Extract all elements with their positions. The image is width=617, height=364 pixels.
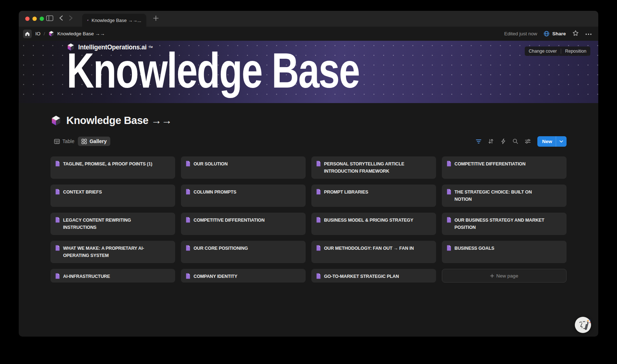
notion-window: Knowledge Base →→... IO / Knowledge Base… [19, 11, 598, 337]
sidebar-toggle-icon[interactable] [46, 15, 53, 23]
document-icon [185, 189, 191, 195]
gallery-card[interactable]: COMPETITIVE DIFFERENTIATION [181, 213, 306, 235]
breadcrumb-workspace[interactable]: IO [35, 31, 40, 36]
gallery-card[interactable]: COLUMN PROMPTS [181, 185, 306, 207]
card-title: PROMPT LIBRARIES [324, 188, 368, 196]
notion-ai-button[interactable] [575, 317, 591, 333]
gallery-card[interactable]: WHAT WE MAKE: A PROPRIETARY AI-OPERATING… [50, 241, 175, 263]
card-title: TAGLINE, PROMISE, & PROOF POINTS (1) [63, 160, 152, 168]
document-icon [55, 245, 60, 251]
card-title: PERSONAL STORYTELLING ARTICLE INTRODUCTI… [324, 160, 416, 175]
gallery-card[interactable]: PERSONAL STORYTELLING ARTICLE INTRODUCTI… [311, 156, 436, 179]
gallery-card[interactable]: LEGACY CONTENT REWRITING INSTRUCTIONS [50, 213, 175, 235]
gallery-view-icon [81, 139, 87, 144]
card-title: THE STRATEGIC CHOICE: BUILT ON NOTION [454, 188, 547, 203]
page-title[interactable]: Knowledge Base →→ [66, 115, 172, 126]
reposition-button[interactable]: Reposition [561, 49, 590, 54]
gallery-card[interactable]: OUR BUSINESS STRATEGY AND MARKET POSITIO… [442, 213, 567, 235]
document-icon [316, 161, 321, 167]
minimize-window-button[interactable] [32, 17, 37, 21]
cover-buttons: Change cover Reposition [525, 46, 590, 56]
document-icon [446, 161, 452, 167]
gallery-card[interactable]: BUSINESS MODEL & PRICING STRATEGY [311, 213, 436, 235]
document-icon [55, 161, 60, 167]
page-cube-icon [48, 31, 54, 37]
gallery-card[interactable]: GO-TO-MARKET STRATEGIC PLAN [311, 269, 436, 283]
ai-face-icon [575, 317, 591, 333]
view-tab-table[interactable]: Table [50, 137, 78, 146]
zoom-window-button[interactable] [40, 17, 44, 21]
sort-icon[interactable] [486, 137, 496, 146]
gallery-card[interactable]: OUR METHODOLOGY: FAN OUT → FAN IN [311, 241, 436, 263]
card-title: CONTEXT BRIEFS [63, 188, 102, 196]
gallery-card[interactable]: OUR CORE POSITIONING [181, 241, 306, 263]
new-button-label: New [537, 139, 556, 144]
new-tab-icon[interactable] [153, 15, 159, 23]
card-title: GO-TO-MARKET STRATEGIC PLAN [324, 273, 399, 280]
more-options-icon[interactable] [585, 31, 592, 36]
document-icon [55, 273, 60, 279]
new-page-label: New page [496, 273, 518, 279]
document-icon [316, 189, 321, 195]
gallery-card[interactable]: COMPANY IDENTITY [181, 269, 306, 283]
document-icon [55, 217, 60, 223]
favorite-star-icon[interactable] [572, 30, 579, 37]
document-icon [446, 245, 452, 251]
view-settings-icon[interactable] [523, 137, 532, 146]
gallery-card[interactable]: OUR SOLUTION [181, 156, 306, 179]
gallery-card[interactable]: CONTEXT BRIEFS [50, 185, 175, 207]
card-title: BUSINESS GOALS [454, 245, 494, 252]
document-icon [446, 217, 452, 223]
breadcrumb-bar: IO / Knowledge Base →→ Edited just now S… [19, 27, 598, 41]
share-button[interactable]: Share [543, 31, 566, 37]
table-view-icon [54, 139, 60, 144]
search-icon[interactable] [511, 137, 520, 146]
globe-icon [543, 31, 550, 37]
page-content: Knowledge Base →→ Table Gall [19, 103, 598, 283]
card-title: AI-INFRASTRUCTURE [63, 273, 110, 280]
automation-lightning-icon[interactable] [498, 137, 508, 146]
gallery-grid: TAGLINE, PROMISE, & PROOF POINTS (1) OUR… [50, 156, 567, 283]
tab-bar: Knowledge Base →→... [19, 11, 598, 27]
card-title: OUR CORE POSITIONING [194, 245, 248, 252]
card-title: COLUMN PROMPTS [194, 188, 236, 196]
document-icon [446, 189, 452, 195]
new-button-chevron-icon[interactable] [556, 140, 567, 143]
home-icon[interactable] [23, 30, 32, 38]
forward-icon[interactable] [69, 15, 73, 22]
gallery-card[interactable]: COMPETITIVE DIFFERENTIATION [442, 156, 567, 179]
edited-status: Edited just now [504, 31, 537, 36]
document-icon [316, 245, 321, 251]
new-page-button[interactable]: New page [442, 269, 567, 283]
views-toolbar: Table Gallery [50, 136, 567, 147]
card-title: LEGACY CONTENT REWRITING INSTRUCTIONS [63, 217, 155, 231]
change-cover-button[interactable]: Change cover [525, 49, 561, 54]
gallery-card[interactable]: TAGLINE, PROMISE, & PROOF POINTS (1) [50, 156, 175, 179]
page-cover[interactable]: IntelligentOperations.aiTM Knowledge Bas… [19, 41, 598, 103]
cover-headline: Knowledge Base [67, 46, 359, 95]
document-icon [185, 161, 191, 167]
page-title-cube-icon[interactable] [50, 115, 62, 126]
back-icon[interactable] [59, 15, 63, 22]
document-icon [316, 273, 321, 279]
card-title: OUR BUSINESS STRATEGY AND MARKET POSITIO… [454, 217, 547, 231]
view-tab-gallery[interactable]: Gallery [78, 137, 110, 146]
new-button[interactable]: New [537, 136, 567, 147]
gallery-card[interactable]: AI-INFRASTRUCTURE [50, 269, 175, 283]
breadcrumb-separator: / [44, 31, 45, 36]
cube-favicon-icon [87, 18, 89, 23]
gallery-card[interactable]: PROMPT LIBRARIES [311, 185, 436, 207]
card-title: BUSINESS MODEL & PRICING STRATEGY [324, 217, 413, 224]
document-icon [185, 273, 191, 279]
card-title: WHAT WE MAKE: A PROPRIETARY AI-OPERATING… [63, 245, 155, 259]
traffic-lights [25, 17, 44, 21]
gallery-card[interactable]: BUSINESS GOALS [442, 241, 567, 263]
tab-title: Knowledge Base →→... [92, 18, 141, 23]
gallery-card[interactable]: THE STRATEGIC CHOICE: BUILT ON NOTION [442, 185, 567, 207]
browser-tab[interactable]: Knowledge Base →→... [82, 14, 146, 27]
close-window-button[interactable] [25, 17, 30, 21]
filter-icon[interactable] [474, 137, 483, 146]
breadcrumb-page[interactable]: Knowledge Base →→ [57, 31, 105, 36]
card-title: COMPETITIVE DIFFERENTIATION [194, 217, 265, 224]
document-icon [55, 189, 60, 195]
